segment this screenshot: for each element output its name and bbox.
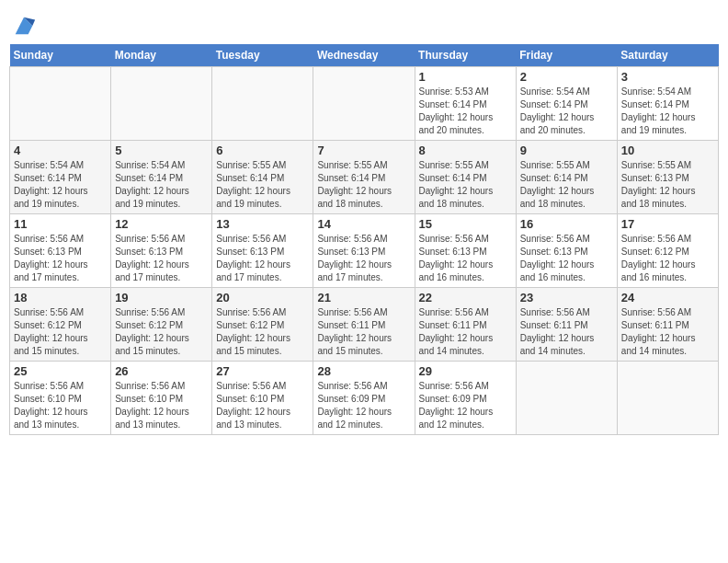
day-info: Sunrise: 5:54 AM Sunset: 6:14 PM Dayligh… <box>520 86 613 137</box>
day-number: 16 <box>520 217 613 231</box>
calendar-cell: 6Sunrise: 5:55 AM Sunset: 6:14 PM Daylig… <box>212 141 313 214</box>
calendar-cell: 21Sunrise: 5:56 AM Sunset: 6:11 PM Dayli… <box>313 288 415 362</box>
day-info: Sunrise: 5:55 AM Sunset: 6:14 PM Dayligh… <box>520 159 613 211</box>
day-info: Sunrise: 5:56 AM Sunset: 6:09 PM Dayligh… <box>419 380 512 431</box>
day-number: 18 <box>14 291 107 304</box>
day-number: 11 <box>14 217 107 231</box>
day-header-sunday: Sunday <box>10 44 111 67</box>
day-info: Sunrise: 5:56 AM Sunset: 6:13 PM Dayligh… <box>115 233 208 284</box>
calendar-cell: 2Sunrise: 5:54 AM Sunset: 6:14 PM Daylig… <box>516 67 617 141</box>
calendar-cell <box>10 67 111 141</box>
day-info: Sunrise: 5:56 AM Sunset: 6:12 PM Dayligh… <box>216 306 309 358</box>
calendar-cell: 8Sunrise: 5:55 AM Sunset: 6:14 PM Daylig… <box>415 141 516 214</box>
day-number: 9 <box>520 144 613 157</box>
day-number: 26 <box>115 364 208 378</box>
day-info: Sunrise: 5:54 AM Sunset: 6:14 PM Dayligh… <box>115 159 208 211</box>
day-info: Sunrise: 5:56 AM Sunset: 6:13 PM Dayligh… <box>317 233 410 284</box>
calendar-cell <box>212 67 313 141</box>
day-number: 13 <box>216 217 309 231</box>
calendar-cell: 28Sunrise: 5:56 AM Sunset: 6:09 PM Dayli… <box>313 362 415 435</box>
day-info: Sunrise: 5:56 AM Sunset: 6:10 PM Dayligh… <box>14 380 107 431</box>
day-info: Sunrise: 5:55 AM Sunset: 6:14 PM Dayligh… <box>317 159 410 211</box>
calendar-cell: 4Sunrise: 5:54 AM Sunset: 6:14 PM Daylig… <box>10 141 111 214</box>
day-number: 29 <box>419 364 512 378</box>
calendar-cell: 17Sunrise: 5:56 AM Sunset: 6:12 PM Dayli… <box>617 214 718 288</box>
day-number: 20 <box>216 291 309 304</box>
calendar-cell: 24Sunrise: 5:56 AM Sunset: 6:11 PM Dayli… <box>617 288 718 362</box>
calendar-cell <box>111 67 212 141</box>
calendar-week-row: 18Sunrise: 5:56 AM Sunset: 6:12 PM Dayli… <box>10 288 719 362</box>
day-info: Sunrise: 5:56 AM Sunset: 6:12 PM Dayligh… <box>621 233 714 284</box>
day-number: 25 <box>14 364 107 378</box>
day-info: Sunrise: 5:56 AM Sunset: 6:11 PM Dayligh… <box>621 306 714 358</box>
day-number: 27 <box>216 364 309 378</box>
calendar-header-row: SundayMondayTuesdayWednesdayThursdayFrid… <box>10 44 719 67</box>
calendar-cell: 16Sunrise: 5:56 AM Sunset: 6:13 PM Dayli… <box>516 214 617 288</box>
calendar-cell: 25Sunrise: 5:56 AM Sunset: 6:10 PM Dayli… <box>10 362 111 435</box>
day-number: 10 <box>621 144 714 157</box>
logo <box>9 13 37 39</box>
day-header-friday: Friday <box>516 44 617 67</box>
day-number: 19 <box>115 291 208 304</box>
day-info: Sunrise: 5:56 AM Sunset: 6:10 PM Dayligh… <box>216 380 309 431</box>
day-info: Sunrise: 5:56 AM Sunset: 6:10 PM Dayligh… <box>115 380 208 431</box>
day-number: 3 <box>621 70 714 84</box>
calendar-week-row: 1Sunrise: 5:53 AM Sunset: 6:14 PM Daylig… <box>10 67 719 141</box>
day-info: Sunrise: 5:54 AM Sunset: 6:14 PM Dayligh… <box>14 159 107 211</box>
day-info: Sunrise: 5:56 AM Sunset: 6:13 PM Dayligh… <box>419 233 512 284</box>
calendar-cell <box>313 67 415 141</box>
day-number: 22 <box>419 291 512 304</box>
day-info: Sunrise: 5:56 AM Sunset: 6:12 PM Dayligh… <box>115 306 208 358</box>
calendar-cell: 19Sunrise: 5:56 AM Sunset: 6:12 PM Dayli… <box>111 288 212 362</box>
calendar-cell: 11Sunrise: 5:56 AM Sunset: 6:13 PM Dayli… <box>10 214 111 288</box>
calendar-cell: 18Sunrise: 5:56 AM Sunset: 6:12 PM Dayli… <box>10 288 111 362</box>
calendar-cell: 27Sunrise: 5:56 AM Sunset: 6:10 PM Dayli… <box>212 362 313 435</box>
day-number: 5 <box>115 144 208 157</box>
day-header-saturday: Saturday <box>617 44 718 67</box>
day-info: Sunrise: 5:56 AM Sunset: 6:12 PM Dayligh… <box>14 306 107 358</box>
calendar-cell: 20Sunrise: 5:56 AM Sunset: 6:12 PM Dayli… <box>212 288 313 362</box>
calendar-cell: 29Sunrise: 5:56 AM Sunset: 6:09 PM Dayli… <box>415 362 516 435</box>
calendar-week-row: 4Sunrise: 5:54 AM Sunset: 6:14 PM Daylig… <box>10 141 719 214</box>
day-info: Sunrise: 5:55 AM Sunset: 6:14 PM Dayligh… <box>216 159 309 211</box>
day-info: Sunrise: 5:56 AM Sunset: 6:13 PM Dayligh… <box>216 233 309 284</box>
calendar-cell: 7Sunrise: 5:55 AM Sunset: 6:14 PM Daylig… <box>313 141 415 214</box>
day-info: Sunrise: 5:56 AM Sunset: 6:11 PM Dayligh… <box>520 306 613 358</box>
day-number: 21 <box>317 291 410 304</box>
day-number: 15 <box>419 217 512 231</box>
calendar-cell: 14Sunrise: 5:56 AM Sunset: 6:13 PM Dayli… <box>313 214 415 288</box>
calendar-cell: 26Sunrise: 5:56 AM Sunset: 6:10 PM Dayli… <box>111 362 212 435</box>
calendar-table: SundayMondayTuesdayWednesdayThursdayFrid… <box>9 44 719 435</box>
day-number: 23 <box>520 291 613 304</box>
logo-icon <box>11 13 37 39</box>
calendar-cell: 3Sunrise: 5:54 AM Sunset: 6:14 PM Daylig… <box>617 67 718 141</box>
day-header-thursday: Thursday <box>415 44 516 67</box>
page-header <box>9 9 719 39</box>
day-info: Sunrise: 5:56 AM Sunset: 6:11 PM Dayligh… <box>317 306 410 358</box>
day-info: Sunrise: 5:56 AM Sunset: 6:13 PM Dayligh… <box>520 233 613 284</box>
day-info: Sunrise: 5:54 AM Sunset: 6:14 PM Dayligh… <box>621 86 714 137</box>
calendar-cell: 22Sunrise: 5:56 AM Sunset: 6:11 PM Dayli… <box>415 288 516 362</box>
calendar-cell: 12Sunrise: 5:56 AM Sunset: 6:13 PM Dayli… <box>111 214 212 288</box>
day-number: 24 <box>621 291 714 304</box>
day-info: Sunrise: 5:56 AM Sunset: 6:09 PM Dayligh… <box>317 380 410 431</box>
day-number: 7 <box>317 144 410 157</box>
day-number: 8 <box>419 144 512 157</box>
day-number: 4 <box>14 144 107 157</box>
day-number: 17 <box>621 217 714 231</box>
day-info: Sunrise: 5:56 AM Sunset: 6:13 PM Dayligh… <box>14 233 107 284</box>
day-info: Sunrise: 5:55 AM Sunset: 6:14 PM Dayligh… <box>419 159 512 211</box>
calendar-cell: 10Sunrise: 5:55 AM Sunset: 6:13 PM Dayli… <box>617 141 718 214</box>
day-header-wednesday: Wednesday <box>313 44 415 67</box>
day-header-tuesday: Tuesday <box>212 44 313 67</box>
calendar-cell: 15Sunrise: 5:56 AM Sunset: 6:13 PM Dayli… <box>415 214 516 288</box>
calendar-week-row: 11Sunrise: 5:56 AM Sunset: 6:13 PM Dayli… <box>10 214 719 288</box>
calendar-cell: 13Sunrise: 5:56 AM Sunset: 6:13 PM Dayli… <box>212 214 313 288</box>
calendar-cell: 5Sunrise: 5:54 AM Sunset: 6:14 PM Daylig… <box>111 141 212 214</box>
day-header-monday: Monday <box>111 44 212 67</box>
day-number: 2 <box>520 70 613 84</box>
day-info: Sunrise: 5:56 AM Sunset: 6:11 PM Dayligh… <box>419 306 512 358</box>
calendar-cell <box>617 362 718 435</box>
day-number: 6 <box>216 144 309 157</box>
day-number: 1 <box>419 70 512 84</box>
